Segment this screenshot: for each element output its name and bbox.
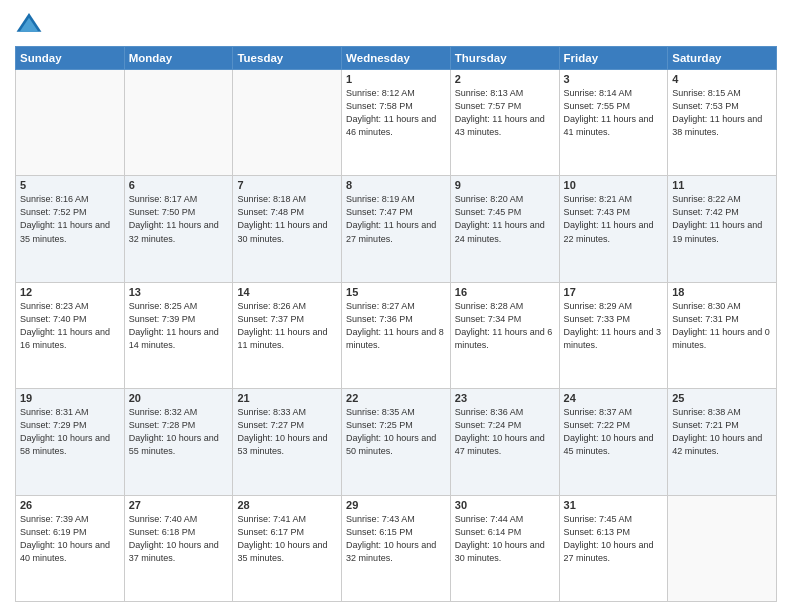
- day-info: Sunrise: 8:32 AM Sunset: 7:28 PM Dayligh…: [129, 406, 229, 458]
- logo-icon: [15, 10, 43, 38]
- calendar-cell: 26Sunrise: 7:39 AM Sunset: 6:19 PM Dayli…: [16, 495, 125, 601]
- day-info: Sunrise: 8:20 AM Sunset: 7:45 PM Dayligh…: [455, 193, 555, 245]
- calendar-cell: 24Sunrise: 8:37 AM Sunset: 7:22 PM Dayli…: [559, 389, 668, 495]
- col-header-tuesday: Tuesday: [233, 47, 342, 70]
- logo: [15, 10, 47, 38]
- day-number: 27: [129, 499, 229, 511]
- calendar-week-row: 1Sunrise: 8:12 AM Sunset: 7:58 PM Daylig…: [16, 70, 777, 176]
- day-number: 23: [455, 392, 555, 404]
- day-number: 21: [237, 392, 337, 404]
- day-info: Sunrise: 8:14 AM Sunset: 7:55 PM Dayligh…: [564, 87, 664, 139]
- calendar-week-row: 19Sunrise: 8:31 AM Sunset: 7:29 PM Dayli…: [16, 389, 777, 495]
- day-info: Sunrise: 8:13 AM Sunset: 7:57 PM Dayligh…: [455, 87, 555, 139]
- calendar-cell: 5Sunrise: 8:16 AM Sunset: 7:52 PM Daylig…: [16, 176, 125, 282]
- calendar-table: SundayMondayTuesdayWednesdayThursdayFrid…: [15, 46, 777, 602]
- col-header-monday: Monday: [124, 47, 233, 70]
- day-number: 8: [346, 179, 446, 191]
- day-info: Sunrise: 8:19 AM Sunset: 7:47 PM Dayligh…: [346, 193, 446, 245]
- day-number: 20: [129, 392, 229, 404]
- calendar-cell: 6Sunrise: 8:17 AM Sunset: 7:50 PM Daylig…: [124, 176, 233, 282]
- day-number: 3: [564, 73, 664, 85]
- day-number: 15: [346, 286, 446, 298]
- day-number: 6: [129, 179, 229, 191]
- day-info: Sunrise: 8:25 AM Sunset: 7:39 PM Dayligh…: [129, 300, 229, 352]
- day-info: Sunrise: 7:44 AM Sunset: 6:14 PM Dayligh…: [455, 513, 555, 565]
- day-number: 22: [346, 392, 446, 404]
- calendar-cell: [233, 70, 342, 176]
- day-info: Sunrise: 8:17 AM Sunset: 7:50 PM Dayligh…: [129, 193, 229, 245]
- day-info: Sunrise: 8:30 AM Sunset: 7:31 PM Dayligh…: [672, 300, 772, 352]
- col-header-wednesday: Wednesday: [342, 47, 451, 70]
- calendar-cell: 1Sunrise: 8:12 AM Sunset: 7:58 PM Daylig…: [342, 70, 451, 176]
- day-number: 26: [20, 499, 120, 511]
- day-info: Sunrise: 8:12 AM Sunset: 7:58 PM Dayligh…: [346, 87, 446, 139]
- day-info: Sunrise: 8:35 AM Sunset: 7:25 PM Dayligh…: [346, 406, 446, 458]
- day-number: 4: [672, 73, 772, 85]
- day-number: 12: [20, 286, 120, 298]
- page: SundayMondayTuesdayWednesdayThursdayFrid…: [0, 0, 792, 612]
- day-number: 2: [455, 73, 555, 85]
- calendar-cell: 12Sunrise: 8:23 AM Sunset: 7:40 PM Dayli…: [16, 282, 125, 388]
- day-number: 31: [564, 499, 664, 511]
- day-info: Sunrise: 8:21 AM Sunset: 7:43 PM Dayligh…: [564, 193, 664, 245]
- calendar-cell: [668, 495, 777, 601]
- calendar-cell: 22Sunrise: 8:35 AM Sunset: 7:25 PM Dayli…: [342, 389, 451, 495]
- calendar-cell: 16Sunrise: 8:28 AM Sunset: 7:34 PM Dayli…: [450, 282, 559, 388]
- day-number: 17: [564, 286, 664, 298]
- calendar-cell: 18Sunrise: 8:30 AM Sunset: 7:31 PM Dayli…: [668, 282, 777, 388]
- day-info: Sunrise: 8:16 AM Sunset: 7:52 PM Dayligh…: [20, 193, 120, 245]
- day-number: 19: [20, 392, 120, 404]
- calendar-cell: 23Sunrise: 8:36 AM Sunset: 7:24 PM Dayli…: [450, 389, 559, 495]
- calendar-cell: 4Sunrise: 8:15 AM Sunset: 7:53 PM Daylig…: [668, 70, 777, 176]
- day-info: Sunrise: 8:38 AM Sunset: 7:21 PM Dayligh…: [672, 406, 772, 458]
- col-header-sunday: Sunday: [16, 47, 125, 70]
- calendar-cell: 28Sunrise: 7:41 AM Sunset: 6:17 PM Dayli…: [233, 495, 342, 601]
- day-info: Sunrise: 8:36 AM Sunset: 7:24 PM Dayligh…: [455, 406, 555, 458]
- calendar-cell: 21Sunrise: 8:33 AM Sunset: 7:27 PM Dayli…: [233, 389, 342, 495]
- calendar-cell: 3Sunrise: 8:14 AM Sunset: 7:55 PM Daylig…: [559, 70, 668, 176]
- day-info: Sunrise: 7:45 AM Sunset: 6:13 PM Dayligh…: [564, 513, 664, 565]
- day-number: 5: [20, 179, 120, 191]
- day-number: 7: [237, 179, 337, 191]
- day-info: Sunrise: 7:40 AM Sunset: 6:18 PM Dayligh…: [129, 513, 229, 565]
- day-info: Sunrise: 8:31 AM Sunset: 7:29 PM Dayligh…: [20, 406, 120, 458]
- day-number: 25: [672, 392, 772, 404]
- day-info: Sunrise: 8:29 AM Sunset: 7:33 PM Dayligh…: [564, 300, 664, 352]
- calendar-cell: 15Sunrise: 8:27 AM Sunset: 7:36 PM Dayli…: [342, 282, 451, 388]
- calendar-cell: 14Sunrise: 8:26 AM Sunset: 7:37 PM Dayli…: [233, 282, 342, 388]
- calendar-cell: 13Sunrise: 8:25 AM Sunset: 7:39 PM Dayli…: [124, 282, 233, 388]
- calendar-cell: 8Sunrise: 8:19 AM Sunset: 7:47 PM Daylig…: [342, 176, 451, 282]
- day-number: 18: [672, 286, 772, 298]
- day-info: Sunrise: 8:15 AM Sunset: 7:53 PM Dayligh…: [672, 87, 772, 139]
- day-info: Sunrise: 7:41 AM Sunset: 6:17 PM Dayligh…: [237, 513, 337, 565]
- day-number: 28: [237, 499, 337, 511]
- calendar-cell: 17Sunrise: 8:29 AM Sunset: 7:33 PM Dayli…: [559, 282, 668, 388]
- calendar-cell: 7Sunrise: 8:18 AM Sunset: 7:48 PM Daylig…: [233, 176, 342, 282]
- calendar-cell: [124, 70, 233, 176]
- calendar-cell: 31Sunrise: 7:45 AM Sunset: 6:13 PM Dayli…: [559, 495, 668, 601]
- day-number: 13: [129, 286, 229, 298]
- day-info: Sunrise: 8:18 AM Sunset: 7:48 PM Dayligh…: [237, 193, 337, 245]
- calendar-cell: 25Sunrise: 8:38 AM Sunset: 7:21 PM Dayli…: [668, 389, 777, 495]
- calendar-cell: 10Sunrise: 8:21 AM Sunset: 7:43 PM Dayli…: [559, 176, 668, 282]
- calendar-header-row: SundayMondayTuesdayWednesdayThursdayFrid…: [16, 47, 777, 70]
- day-number: 14: [237, 286, 337, 298]
- day-number: 9: [455, 179, 555, 191]
- col-header-friday: Friday: [559, 47, 668, 70]
- calendar-cell: 29Sunrise: 7:43 AM Sunset: 6:15 PM Dayli…: [342, 495, 451, 601]
- calendar-cell: [16, 70, 125, 176]
- day-info: Sunrise: 8:28 AM Sunset: 7:34 PM Dayligh…: [455, 300, 555, 352]
- calendar-cell: 19Sunrise: 8:31 AM Sunset: 7:29 PM Dayli…: [16, 389, 125, 495]
- day-info: Sunrise: 7:39 AM Sunset: 6:19 PM Dayligh…: [20, 513, 120, 565]
- day-info: Sunrise: 8:23 AM Sunset: 7:40 PM Dayligh…: [20, 300, 120, 352]
- day-info: Sunrise: 7:43 AM Sunset: 6:15 PM Dayligh…: [346, 513, 446, 565]
- calendar-cell: 30Sunrise: 7:44 AM Sunset: 6:14 PM Dayli…: [450, 495, 559, 601]
- header: [15, 10, 777, 38]
- calendar-week-row: 26Sunrise: 7:39 AM Sunset: 6:19 PM Dayli…: [16, 495, 777, 601]
- col-header-thursday: Thursday: [450, 47, 559, 70]
- day-number: 30: [455, 499, 555, 511]
- calendar-cell: 20Sunrise: 8:32 AM Sunset: 7:28 PM Dayli…: [124, 389, 233, 495]
- day-number: 1: [346, 73, 446, 85]
- calendar-week-row: 12Sunrise: 8:23 AM Sunset: 7:40 PM Dayli…: [16, 282, 777, 388]
- day-number: 16: [455, 286, 555, 298]
